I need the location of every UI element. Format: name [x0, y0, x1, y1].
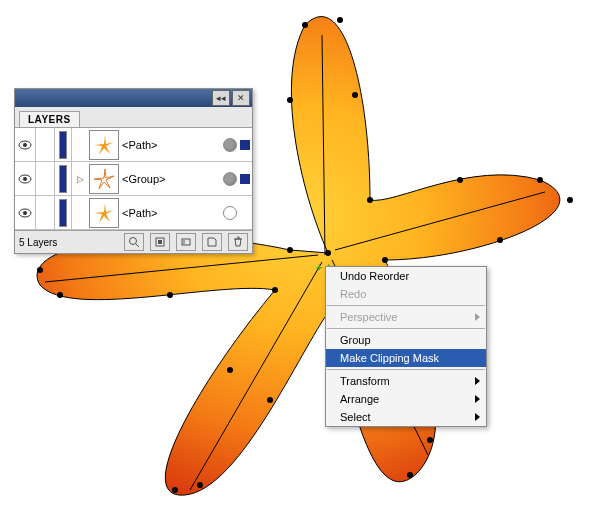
- selection-indicator: [240, 140, 250, 150]
- expand-icon[interactable]: ▷: [74, 174, 86, 184]
- layer-color-swatch: [55, 162, 71, 195]
- svg-rect-36: [182, 239, 190, 245]
- svg-point-3: [287, 97, 293, 103]
- lock-cell[interactable]: [36, 196, 55, 229]
- layer-row[interactable]: <Path>: [72, 128, 252, 162]
- svg-point-9: [497, 237, 503, 243]
- new-sublayer-icon[interactable]: [176, 233, 196, 251]
- svg-point-17: [197, 482, 203, 488]
- svg-point-32: [130, 238, 137, 245]
- eye-icon[interactable]: [15, 196, 36, 229]
- layers-visibility-column: [15, 128, 72, 230]
- svg-point-0: [325, 250, 331, 256]
- layer-name[interactable]: <Path>: [122, 139, 220, 151]
- menu-make-clipping-mask[interactable]: Make Clipping Mask: [326, 349, 486, 367]
- svg-point-10: [382, 257, 388, 263]
- layer-row[interactable]: ▷ <Group>: [72, 162, 252, 196]
- lock-cell[interactable]: [36, 162, 55, 195]
- layers-body: <Path> ▷ <Group>: [15, 128, 252, 230]
- svg-point-6: [457, 177, 463, 183]
- eye-icon[interactable]: [15, 162, 36, 195]
- locate-object-icon[interactable]: [124, 233, 144, 251]
- svg-point-22: [57, 292, 63, 298]
- layers-footer: 5 Layers: [15, 230, 252, 253]
- svg-point-31: [23, 211, 27, 215]
- svg-point-18: [172, 487, 178, 493]
- menu-arrange[interactable]: Arrange: [326, 390, 486, 408]
- starfish-artwork[interactable]: [0, 0, 600, 527]
- context-menu[interactable]: Undo Reorder Redo Perspective Group Make…: [325, 266, 487, 427]
- svg-point-2: [337, 17, 343, 23]
- target-icon[interactable]: [223, 172, 237, 186]
- svg-point-23: [37, 267, 43, 273]
- selection-indicator: [240, 174, 250, 184]
- layer-thumbnail: [89, 198, 119, 228]
- layer-name[interactable]: <Group>: [122, 173, 220, 185]
- svg-point-5: [367, 197, 373, 203]
- layers-tab[interactable]: LAYERS: [19, 111, 80, 127]
- svg-point-16: [267, 397, 273, 403]
- menu-separator: [327, 369, 485, 370]
- layer-thumbnail: [89, 164, 119, 194]
- menu-select[interactable]: Select: [326, 408, 486, 426]
- layers-count-label: 5 Layers: [19, 237, 57, 248]
- svg-point-25: [287, 247, 293, 253]
- svg-line-33: [136, 244, 139, 247]
- svg-point-21: [167, 292, 173, 298]
- layer-vis-row: [15, 128, 71, 162]
- close-icon[interactable]: ✕: [232, 90, 250, 106]
- trash-icon[interactable]: [228, 233, 248, 251]
- layer-thumbnail: [89, 130, 119, 160]
- new-layer-icon[interactable]: [202, 233, 222, 251]
- lock-cell[interactable]: [36, 128, 55, 161]
- panel-titlebar[interactable]: ◂◂ ✕: [15, 89, 252, 107]
- svg-rect-35: [158, 240, 162, 244]
- layers-panel[interactable]: ◂◂ ✕ LAYERS: [14, 88, 253, 254]
- eye-icon[interactable]: [15, 128, 36, 161]
- menu-group[interactable]: Group: [326, 331, 486, 349]
- layer-color-swatch: [55, 128, 71, 161]
- menu-separator: [327, 305, 485, 306]
- layer-vis-row: [15, 162, 71, 196]
- target-icon[interactable]: [223, 206, 237, 220]
- menu-redo: Redo: [326, 285, 486, 303]
- svg-point-19: [227, 367, 233, 373]
- svg-point-27: [23, 143, 27, 147]
- menu-transform[interactable]: Transform: [326, 372, 486, 390]
- svg-point-4: [352, 92, 358, 98]
- svg-point-7: [537, 177, 543, 183]
- collapse-icon[interactable]: ◂◂: [212, 90, 230, 106]
- panel-tabrow: LAYERS: [15, 107, 252, 128]
- layer-color-swatch: [55, 196, 71, 229]
- target-icon[interactable]: [223, 138, 237, 152]
- svg-point-29: [23, 177, 27, 181]
- svg-point-1: [302, 22, 308, 28]
- layers-list: <Path> ▷ <Group>: [72, 128, 252, 230]
- layer-vis-row: [15, 196, 71, 230]
- menu-undo-reorder[interactable]: Undo Reorder: [326, 267, 486, 285]
- svg-point-20: [272, 287, 278, 293]
- make-clipping-mask-icon[interactable]: [150, 233, 170, 251]
- canvas: ◂◂ ✕ LAYERS: [0, 0, 600, 527]
- menu-separator: [327, 328, 485, 329]
- menu-perspective: Perspective: [326, 308, 486, 326]
- svg-point-8: [567, 197, 573, 203]
- layer-name[interactable]: <Path>: [122, 207, 220, 219]
- svg-point-13: [407, 472, 413, 478]
- layer-row[interactable]: <Path>: [72, 196, 252, 230]
- svg-point-12: [427, 437, 433, 443]
